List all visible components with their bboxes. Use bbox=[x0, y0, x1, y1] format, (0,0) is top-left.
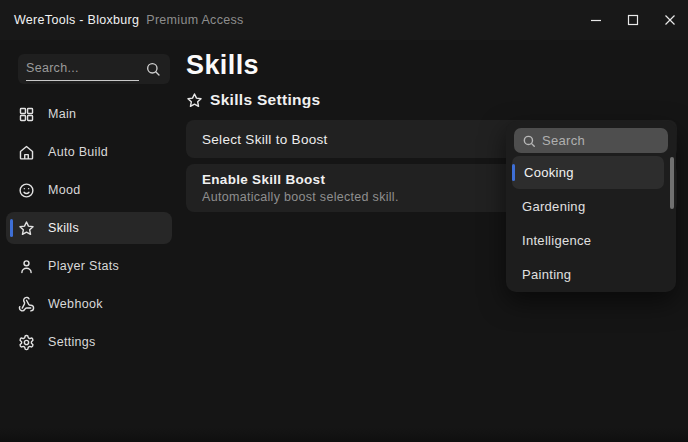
option-label: Gardening bbox=[522, 199, 585, 214]
search-icon bbox=[522, 134, 536, 148]
close-icon bbox=[664, 14, 676, 26]
grid-icon bbox=[18, 106, 35, 123]
section-title: Skills Settings bbox=[210, 91, 320, 109]
home-icon bbox=[18, 144, 35, 161]
minimize-button[interactable] bbox=[577, 0, 614, 40]
sidebar-item-label: Settings bbox=[48, 335, 96, 349]
maximize-icon bbox=[627, 14, 639, 26]
star-outline-icon bbox=[186, 92, 203, 109]
sidebar-nav: Main Auto Build Mood Skills bbox=[0, 98, 180, 364]
sidebar-item-skills[interactable]: Skills bbox=[6, 212, 172, 244]
search-icon bbox=[145, 61, 161, 77]
sidebar-item-label: Mood bbox=[48, 183, 80, 197]
dropdown-options: Cooking Gardening Intelligence Painting bbox=[506, 156, 676, 291]
gear-icon bbox=[18, 334, 35, 351]
dropdown-scrollbar[interactable] bbox=[670, 157, 674, 209]
window-controls bbox=[577, 0, 688, 40]
sidebar-item-webhook[interactable]: Webhook bbox=[6, 288, 172, 320]
sidebar-item-settings[interactable]: Settings bbox=[6, 326, 172, 358]
close-button[interactable] bbox=[651, 0, 688, 40]
minimize-icon bbox=[590, 14, 602, 26]
titlebar: WereTools - Bloxburg Premium Access bbox=[0, 0, 688, 40]
window-title: WereTools - Bloxburg bbox=[14, 13, 139, 27]
sidebar-item-label: Main bbox=[48, 107, 76, 121]
dropdown-search-input[interactable] bbox=[542, 133, 668, 148]
sidebar-item-mood[interactable]: Mood bbox=[6, 174, 172, 206]
option-label: Cooking bbox=[524, 165, 574, 180]
option-label: Painting bbox=[522, 267, 571, 282]
sidebar-item-label: Skills bbox=[48, 221, 79, 235]
dropdown-option-painting[interactable]: Painting bbox=[506, 257, 676, 291]
page-title: Skills bbox=[186, 50, 259, 81]
smiley-icon bbox=[18, 182, 35, 199]
section-header: Skills Settings bbox=[186, 91, 320, 109]
webhook-icon bbox=[18, 296, 35, 313]
dropdown-option-gardening[interactable]: Gardening bbox=[506, 189, 676, 223]
user-icon bbox=[18, 258, 35, 275]
maximize-button[interactable] bbox=[614, 0, 651, 40]
sidebar: Main Auto Build Mood Skills bbox=[0, 40, 180, 442]
dropdown-option-cooking[interactable]: Cooking bbox=[512, 156, 664, 189]
option-label: Intelligence bbox=[522, 233, 591, 248]
sidebar-search bbox=[18, 54, 170, 84]
dropdown-search bbox=[514, 128, 668, 153]
sidebar-item-label: Auto Build bbox=[48, 145, 108, 159]
sidebar-item-label: Webhook bbox=[48, 297, 103, 311]
premium-badge: Premium Access bbox=[146, 13, 243, 27]
sidebar-item-auto-build[interactable]: Auto Build bbox=[6, 136, 172, 168]
setting-label: Select Skill to Boost bbox=[202, 132, 328, 147]
sidebar-search-input[interactable] bbox=[26, 57, 139, 81]
sidebar-item-label: Player Stats bbox=[48, 259, 119, 273]
app-window: WereTools - Bloxburg Premium Access bbox=[0, 0, 688, 442]
skill-dropdown-panel: Cooking Gardening Intelligence Painting bbox=[506, 121, 676, 292]
sidebar-item-player-stats[interactable]: Player Stats bbox=[6, 250, 172, 282]
sidebar-item-main[interactable]: Main bbox=[6, 98, 172, 130]
star-icon bbox=[18, 220, 35, 237]
dropdown-option-intelligence[interactable]: Intelligence bbox=[506, 223, 676, 257]
